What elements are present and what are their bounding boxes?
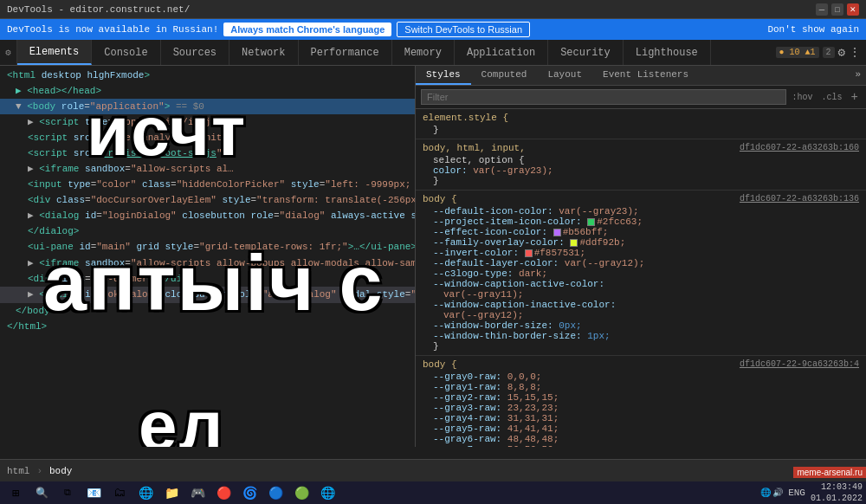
meme-text-3: ел — [139, 386, 224, 447]
taskbar-app-8[interactable]: 🔵 — [263, 483, 288, 502]
clock-time: 12:03:49 — [811, 481, 863, 493]
style-selector: element.style { — [423, 113, 859, 123]
breadcrumb-bar: html › body — [0, 459, 866, 481]
style-block-3: body { df1dc607-22-9ca63263b:4 --gray0-r… — [416, 356, 866, 447]
style-block-1: body, html, input, df1dc607-22-a63263b:1… — [416, 139, 866, 191]
filter-input[interactable] — [421, 89, 786, 105]
dom-panel: <html desktop hlghFxmode> ▶ <head></head… — [0, 66, 416, 447]
taskbar-app-7[interactable]: 🌀 — [237, 483, 262, 502]
style-prop: --invert-color: #f857531; — [423, 248, 859, 258]
styles-tabs: Styles Computed Layout Event Listeners » — [416, 66, 866, 86]
close-button[interactable]: ✕ — [847, 3, 859, 16]
tab-console[interactable]: Console — [92, 40, 160, 65]
taskbar-clock: 12:03:49 01.01.2022 — [811, 481, 863, 504]
taskbar: ⊞ 🔍 ⧉ 📧 🗂 🌐 📁 🎮 🔴 🌀 🔵 🟢 🌐 🌐 🔊 ENG — [0, 481, 866, 504]
windows-icon: ⊞ — [12, 486, 19, 501]
style-prop: --c3logo-type: dark; — [423, 268, 859, 279]
minimize-button[interactable]: ─ — [816, 3, 828, 16]
hov-toggle[interactable]: :hov — [790, 91, 816, 104]
tab-event-listeners[interactable]: Event Listeners — [592, 66, 699, 85]
taskbar-app-1[interactable]: 📧 — [81, 483, 106, 502]
taskview-icon: ⧉ — [64, 488, 71, 498]
tab-layout[interactable]: Layout — [537, 66, 592, 85]
taskbar-app-6[interactable]: 🔴 — [211, 483, 236, 502]
clock-date: 01.01.2022 — [811, 493, 863, 504]
style-block-element: element.style { } — [416, 109, 866, 139]
taskview-button[interactable]: ⧉ — [55, 483, 80, 502]
style-prop: --project-item-icon-color: #2fcc63; — [423, 216, 859, 227]
breadcrumb-html[interactable]: html — [7, 466, 29, 476]
title-bar-controls: ─ □ ✕ — [816, 3, 859, 16]
style-prop: --default-icon-color: var(--gray23); — [423, 206, 859, 216]
language-indicator[interactable]: ENG — [788, 488, 805, 498]
cls-toggle[interactable]: .cls — [819, 91, 845, 104]
dont-show-button[interactable]: Don't show again — [767, 24, 859, 35]
style-prop: --gray4-raw: 31,31,31; — [423, 413, 859, 423]
style-prop: --window-thin-border-size: 1px; — [423, 331, 859, 341]
network-icon: 🌐 — [760, 488, 771, 498]
style-source-2[interactable]: df1dc607-22-a63263b:136 — [740, 194, 859, 206]
tab-security[interactable]: Security — [548, 40, 624, 65]
taskbar-app-4[interactable]: 📁 — [159, 483, 184, 502]
style-source-3[interactable]: df1dc607-22-9ca63263b:4 — [740, 359, 859, 372]
tab-styles[interactable]: Styles — [416, 66, 471, 85]
meme-text-2: аптыіч с — [43, 239, 385, 328]
style-source-1[interactable]: df1dc607-22-a63263b:160 — [740, 143, 859, 155]
taskbar-app-9[interactable]: 🟢 — [289, 483, 313, 502]
tab-computed[interactable]: Computed — [471, 66, 538, 85]
tab-lighthouse[interactable]: Lighthouse — [624, 40, 711, 65]
style-closing: } — [423, 125, 859, 135]
style-prop: select, option { — [423, 155, 859, 165]
tab-elements[interactable]: Elements — [17, 40, 93, 65]
tab-performance[interactable]: Performance — [299, 40, 392, 65]
title-bar: DevTools - editor.construct.net/ ─ □ ✕ — [0, 0, 866, 19]
tab-icon-elements[interactable]: ⚙ — [0, 40, 17, 65]
style-prop: --effect-icon-color: #b56bff; — [423, 227, 859, 237]
style-prop: --gray6-raw: 48,48,48; — [423, 434, 859, 444]
maximize-button[interactable]: □ — [831, 3, 843, 16]
style-prop: --gray7-raw: 56,56,56; — [423, 444, 859, 447]
taskbar-app-3[interactable]: 🌐 — [133, 483, 158, 502]
start-button[interactable]: ⊞ — [3, 483, 28, 502]
taskbar-app-5[interactable]: 🎮 — [185, 483, 210, 502]
more-tabs-icon[interactable]: » — [850, 66, 866, 85]
taskbar-chrome[interactable]: 🌐 — [315, 483, 339, 502]
style-selector-2: body { — [423, 194, 457, 204]
style-selector-1: body, html, input, — [423, 143, 526, 153]
style-prop: --gray0-raw: 0,0,0; — [423, 372, 859, 382]
taskbar-right: 🌐 🔊 ENG 12:03:49 01.01.2022 — [760, 481, 863, 504]
dom-line: </dialog> — [0, 223, 415, 239]
match-language-button[interactable]: Always match Chrome's language — [223, 23, 391, 36]
notification-bar: DevTools is now available in Russian! Al… — [0, 19, 866, 40]
notification-text: DevTools is now available in Russian! — [7, 24, 218, 35]
dom-line: ▶ <dialog id="loginDialog" closebutton r… — [0, 208, 415, 223]
main-content: <html desktop hlghFxmode> ▶ <head></head… — [0, 66, 866, 447]
style-prop: --default-layer-color: var(--gray12); — [423, 258, 859, 268]
search-button[interactable]: 🔍 — [29, 483, 54, 502]
switch-russian-button[interactable]: Switch DevTools to Russian — [397, 22, 530, 37]
tab-network[interactable]: Network — [229, 40, 298, 65]
taskbar-app-2[interactable]: 🗂 — [107, 483, 132, 502]
breadcrumb-body[interactable]: body — [49, 466, 72, 476]
styles-panel: Styles Computed Layout Event Listeners »… — [416, 66, 866, 447]
style-prop: var(--gray11); — [423, 289, 859, 300]
style-prop: color: var(--gray23); — [423, 165, 859, 176]
style-selector-3: body { — [423, 359, 457, 370]
tab-application[interactable]: Application — [455, 40, 548, 65]
style-prop: --family-overlay-color: #ddf92b; — [423, 237, 859, 248]
settings-icon[interactable]: ⚙ — [838, 45, 845, 60]
add-style-icon[interactable]: + — [849, 88, 861, 106]
dom-line: <input type="color" class="hiddenColorPi… — [0, 177, 415, 192]
watermark: meme-arsenal.ru — [793, 467, 866, 478]
tab-sources[interactable]: Sources — [161, 40, 229, 65]
dom-line: <div class="docCursorOverlayElem" style=… — [0, 192, 415, 208]
style-prop: --gray2-raw: 15,15,15; — [423, 392, 859, 403]
more-icon[interactable]: ⋮ — [849, 45, 861, 60]
tab-memory[interactable]: Memory — [392, 40, 455, 65]
dom-line: <html desktop hlghFxmode> — [0, 68, 415, 83]
style-prop: --window-border-size: 0px; — [423, 320, 859, 331]
tab-bar: ⚙ Elements Console Sources Network Perfo… — [0, 40, 866, 66]
style-block-2: body { df1dc607-22-a63263b:136 --default… — [416, 191, 866, 356]
search-icon: 🔍 — [36, 487, 48, 500]
volume-icon: 🔊 — [772, 488, 783, 498]
